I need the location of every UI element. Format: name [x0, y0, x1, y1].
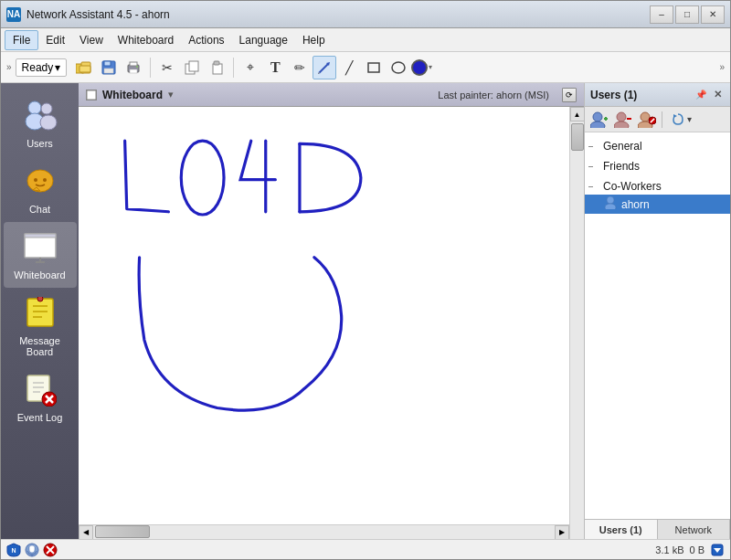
tab-users[interactable]: Users (1)	[585, 520, 658, 539]
sidebar-chat-label: Chat	[29, 204, 50, 215]
color-picker[interactable]: ▾	[411, 59, 432, 76]
users-panel-title: Users (1)	[590, 89, 690, 101]
sidebar-whiteboard-label: Whiteboard	[14, 269, 65, 280]
svg-rect-5	[104, 69, 113, 73]
svg-rect-13	[214, 61, 219, 65]
status-icons: N	[6, 543, 58, 557]
scrollbar-vertical[interactable]: ▲	[569, 107, 584, 539]
expand-left-icon[interactable]: »	[5, 62, 14, 72]
svg-point-44	[181, 141, 224, 215]
save-button[interactable]	[97, 56, 121, 79]
svg-rect-7	[130, 62, 137, 66]
ready-dropdown[interactable]: Ready ▾	[16, 58, 68, 77]
print-button[interactable]	[122, 56, 145, 79]
menu-language[interactable]: Language	[232, 31, 295, 49]
color-swatch	[411, 59, 428, 76]
menu-help[interactable]: Help	[295, 31, 333, 49]
tree-item-ahorn[interactable]: ahorn	[585, 195, 730, 214]
sidebar-item-users[interactable]: Users	[4, 90, 77, 156]
svg-point-45	[593, 112, 602, 122]
menu-actions[interactable]: Actions	[181, 31, 231, 49]
menu-view[interactable]: View	[72, 31, 111, 49]
menu-file[interactable]: File	[5, 30, 38, 50]
menu-edit[interactable]: Edit	[38, 31, 72, 49]
status-bytes: 0 B	[689, 544, 705, 555]
menu-whiteboard[interactable]: Whiteboard	[111, 31, 181, 49]
whiteboard-title: Whiteboard	[102, 89, 163, 101]
sidebar-item-whiteboard[interactable]: Whiteboard	[4, 222, 77, 288]
window-frame: NA Network Assistant 4.5 - ahorn – □ ✕ F…	[0, 0, 731, 560]
paste-button[interactable]	[205, 56, 228, 79]
panel-close-button[interactable]: ✕	[710, 88, 725, 102]
lasso-button[interactable]: ⌖	[238, 56, 262, 79]
tab-network[interactable]: Network	[658, 520, 731, 539]
tree-group-general: – General	[585, 136, 730, 156]
expand-general-icon: –	[588, 142, 599, 151]
whiteboard-refresh-btn[interactable]: ⟳	[562, 88, 577, 102]
tree-group-coworkers-header[interactable]: – Co-Workers	[585, 178, 730, 195]
whiteboard-painter: Last painter: ahorn (MSI)	[438, 90, 549, 100]
whiteboard-body: ◀ ▶ ▲	[79, 107, 584, 539]
pen-button[interactable]: ✏	[288, 56, 312, 79]
open-button[interactable]	[72, 56, 96, 79]
svg-point-35	[37, 297, 43, 301]
scroll-h-thumb[interactable]	[95, 525, 150, 538]
svg-rect-28	[25, 234, 56, 238]
scroll-left-arrow[interactable]: ◀	[79, 525, 93, 540]
users-icon	[22, 98, 58, 134]
ellipse-button[interactable]	[387, 56, 410, 79]
whiteboard-header: Whiteboard ▾ Last painter: ahorn (MSI) ⟳	[79, 83, 584, 107]
message-board-icon	[22, 295, 58, 332]
svg-line-14	[319, 64, 328, 73]
status-bar: N 3.1 kB	[1, 539, 730, 559]
add-user-button[interactable]	[588, 110, 610, 130]
left-sidebar: Users Chat	[1, 83, 79, 539]
tree-group-friends-header[interactable]: – Friends	[585, 158, 730, 174]
tree-group-general-label: General	[603, 140, 642, 153]
maximize-button[interactable]: □	[675, 5, 699, 24]
toolbar-draw-section: ⌖ T ✏ ╱	[238, 56, 432, 79]
cut-button[interactable]: ✂	[155, 56, 179, 79]
svg-point-57	[607, 196, 614, 204]
panel-pin-button[interactable]: 📌	[694, 88, 708, 102]
block-user-button[interactable]	[636, 110, 658, 130]
svg-point-23	[27, 170, 53, 192]
whiteboard-title-icon	[86, 90, 97, 100]
svg-marker-56	[673, 114, 677, 118]
tree-group-general-header[interactable]: – General	[585, 138, 730, 154]
sidebar-item-message-board[interactable]: Message Board	[4, 288, 77, 365]
whiteboard-canvas[interactable]	[79, 107, 569, 524]
main-area: Users Chat	[1, 83, 730, 539]
sidebar-item-event-log[interactable]: Event Log	[4, 365, 77, 430]
app-icon: NA	[6, 7, 21, 22]
toolbar-sep-2	[233, 58, 234, 78]
download-status-icon	[710, 543, 725, 557]
copy-button[interactable]	[180, 56, 204, 79]
scroll-right-arrow[interactable]: ▶	[555, 525, 569, 540]
status-kb: 3.1 kB	[655, 544, 683, 555]
close-button[interactable]: ✕	[701, 5, 725, 24]
whiteboard-icon	[22, 229, 58, 266]
scroll-v-thumb[interactable]	[571, 123, 584, 151]
svg-point-25	[34, 178, 37, 182]
right-panel: Users (1) 📌 ✕	[584, 83, 730, 539]
right-panel-tabs: Users (1) Network	[585, 519, 730, 539]
pencil-button[interactable]	[313, 56, 336, 79]
sidebar-item-chat[interactable]: Chat	[4, 156, 77, 222]
text-button[interactable]: T	[263, 56, 287, 79]
whiteboard-title-arrow[interactable]: ▾	[168, 89, 174, 100]
title-controls: – □ ✕	[650, 5, 725, 24]
refresh-button[interactable]: ▾	[666, 110, 696, 130]
svg-point-18	[392, 62, 405, 73]
users-tree: – General – Friends – Co-Workers	[585, 132, 730, 519]
line-button[interactable]: ╱	[337, 56, 361, 79]
users-panel-controls: 📌 ✕	[694, 88, 725, 102]
svg-point-58	[605, 204, 616, 209]
minimize-button[interactable]: –	[650, 5, 673, 24]
svg-point-19	[28, 101, 41, 114]
rect-button[interactable]	[362, 56, 386, 79]
scroll-up-arrow[interactable]: ▲	[570, 107, 585, 122]
scrollbar-horizontal[interactable]: ◀ ▶	[79, 524, 569, 539]
expand-right-icon[interactable]: »	[717, 62, 726, 72]
remove-user-button[interactable]	[612, 110, 634, 130]
